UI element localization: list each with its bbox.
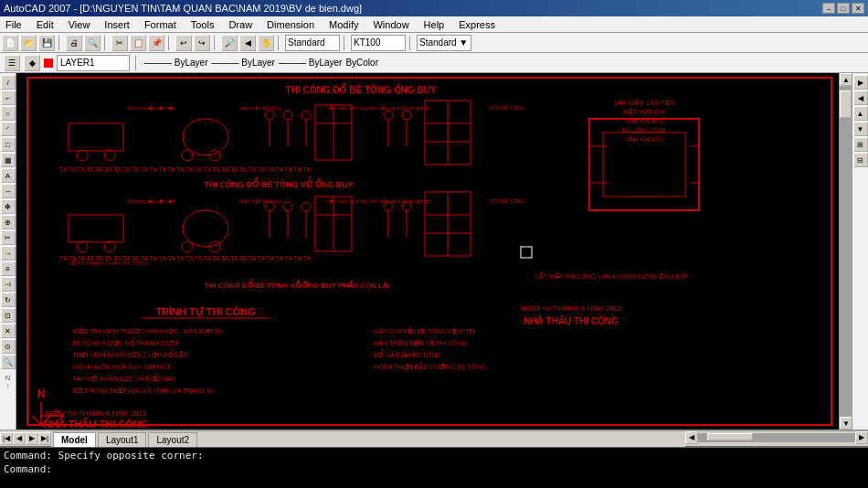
tb-copy[interactable]: 📋 xyxy=(130,35,146,51)
tool-trim[interactable]: ✂ xyxy=(1,230,16,245)
tool-extend[interactable]: → xyxy=(1,246,16,260)
dropdown-standard[interactable]: Standard xyxy=(285,35,340,51)
tb-undo[interactable]: ↩ xyxy=(175,35,192,51)
tb-paste[interactable]: 📌 xyxy=(148,35,164,51)
menu-tools[interactable]: Tools xyxy=(187,16,218,32)
tb-redo[interactable]: ↪ xyxy=(194,35,210,51)
tab-layout2[interactable]: Layout2 xyxy=(148,432,197,447)
scroll-right-btn[interactable]: ▶ xyxy=(855,431,868,444)
tb-pan[interactable]: ✋ xyxy=(258,35,274,51)
tb-preview[interactable]: 🔍 xyxy=(84,35,101,51)
layer-props-btn[interactable]: ◆ xyxy=(24,55,40,71)
tool-pline[interactable]: ⌐ xyxy=(1,90,16,105)
tool-text[interactable]: A xyxy=(1,168,16,183)
tb-save[interactable]: 💾 xyxy=(38,35,55,51)
svg-text:NGÀY 04 THÁNG 6 NĂM 2013: NGÀY 04 THÁNG 6 NĂM 2013 xyxy=(521,304,622,313)
scroll-v-thumb[interactable] xyxy=(840,90,852,118)
tb-new[interactable]: 📄 xyxy=(2,35,18,51)
menu-express[interactable]: Express xyxy=(455,16,499,32)
tb-zoom-win[interactable]: 🔎 xyxy=(221,35,238,51)
tool-rect[interactable]: □ xyxy=(1,137,16,152)
menu-modify[interactable]: Modify xyxy=(325,16,362,32)
prop-btn2[interactable]: ◀ xyxy=(853,90,868,105)
tool-erase[interactable]: ✕ xyxy=(1,324,16,338)
menu-draw[interactable]: Draw xyxy=(225,16,256,32)
maximize-button[interactable]: □ xyxy=(837,3,850,14)
menu-dimension[interactable]: Dimension xyxy=(263,16,318,32)
scroll-left-btn[interactable]: ◀ xyxy=(685,431,698,444)
main-area: / ⌐ ○ ◜ □ ▦ A ↔ ✥ ⊕ ✂ → ≡ ⊣ ↻ ⊡ ✕ ⊙ 🔍 N↑… xyxy=(0,73,868,430)
tool-snap[interactable]: ⊙ xyxy=(1,339,16,354)
tool-arc[interactable]: ◜ xyxy=(1,122,16,136)
menu-window[interactable]: Window xyxy=(369,16,412,32)
tool-line[interactable]: / xyxy=(1,75,16,90)
tab-layout1[interactable]: Layout1 xyxy=(98,432,147,447)
menu-bar: File Edit View Insert Format Tools Draw … xyxy=(0,16,868,33)
tool-scale[interactable]: ⊡ xyxy=(1,308,16,323)
prop-btn3[interactable]: ▲ xyxy=(853,106,868,121)
tab-model[interactable]: Model xyxy=(53,432,96,447)
scroll-v-track[interactable] xyxy=(840,86,852,417)
menu-edit[interactable]: Edit xyxy=(33,16,58,32)
layer-dropdown[interactable]: LAYER1 xyxy=(57,55,130,71)
scroll-h-thumb[interactable] xyxy=(707,433,753,440)
drawing-svg: THI CÔNG ĐỔ BÊ TÔNG ỐNG BUY địa chuyển v… xyxy=(16,73,852,430)
horizontal-scrollbar[interactable]: ◀ ▶ xyxy=(685,430,868,443)
title-bar-controls: – □ ✕ xyxy=(822,3,864,14)
svg-text:TA TA TA TA TA TA TA TA TA TA : TA TA TA TA TA TA TA TA TA TA TA TA TA T… xyxy=(59,255,311,261)
svg-text:- MÁY TRỘN ĐIỆN VỆ THI CÔNG: - MÁY TRỘN ĐIỆN VỆ THI CÔNG xyxy=(370,339,467,347)
layout-arrow-last[interactable]: ▶| xyxy=(38,432,51,445)
svg-text:máy trộn bê tông: máy trộn bê tông xyxy=(239,105,281,111)
prop-btn1[interactable]: ▶ xyxy=(853,75,868,90)
svg-text:TA TA TA TA TA TA TA TA TA TA : TA TA TA TA TA TA TA TA TA TA TA TA TA T… xyxy=(59,166,311,173)
svg-text:- VÁN KHUÔN NGÃ ÂU > 10 PHÚT: - VÁN KHUÔN NGÃ ÂU > 10 PHÚT xyxy=(69,363,171,370)
menu-file[interactable]: File xyxy=(2,16,26,32)
scroll-h-track[interactable] xyxy=(698,433,855,442)
drawing-canvas[interactable]: FileThi​etKe.vn THI CÔNG ĐỔ BÊ TÔNG ỐNG … xyxy=(16,73,852,430)
tb-cut[interactable]: ✂ xyxy=(111,35,128,51)
menu-insert[interactable]: Insert xyxy=(101,16,133,32)
minimize-button[interactable]: – xyxy=(822,3,835,14)
tb-sep7 xyxy=(409,36,413,50)
prop-btn6[interactable]: ⊟ xyxy=(853,153,868,167)
tb-open[interactable]: 📂 xyxy=(20,35,37,51)
prop-btn5[interactable]: ⊞ xyxy=(853,137,868,152)
tool-offset[interactable]: ≡ xyxy=(1,261,16,276)
scroll-down-btn[interactable]: ▼ xyxy=(840,417,852,430)
menu-view[interactable]: View xyxy=(65,16,94,32)
scroll-up-btn[interactable]: ▲ xyxy=(840,73,852,86)
tool-move[interactable]: ✥ xyxy=(1,199,16,214)
svg-text:MẶT VỪA CHI: MẶT VỪA CHI xyxy=(623,108,665,116)
layout-arrow-first[interactable]: |◀ xyxy=(0,432,13,445)
tool-hatch[interactable]: ▦ xyxy=(1,153,16,167)
svg-text:BỐ TRUNG THIẾT LỤC AN TOÀN VÀ : BỐ TRUNG THIẾT LỤC AN TOÀN VÀ TRANG BỊ xyxy=(73,387,213,395)
command-input-field[interactable] xyxy=(56,463,864,475)
bylayer-label3: ——— ByLayer xyxy=(279,58,342,68)
tb-print[interactable]: 🖨 xyxy=(66,35,82,51)
dropdown-standard2[interactable]: Standard ▼ xyxy=(417,35,471,51)
layout-scroll: |◀ ◀ ▶ ▶| xyxy=(0,430,51,446)
menu-help[interactable]: Help xyxy=(420,16,449,32)
tool-zoom[interactable]: 🔍 xyxy=(1,355,16,369)
toolbar-standard: 📄 📂 💾 🖨 🔍 ✂ 📋 📌 ↩ ↪ 🔎 ◀ ✋ Standard KT100… xyxy=(0,33,868,53)
tool-rotate[interactable]: ↻ xyxy=(1,292,16,307)
menu-format[interactable]: Format xyxy=(141,16,180,32)
tool-copy[interactable]: ⊕ xyxy=(1,215,16,229)
svg-text:N: N xyxy=(37,387,46,400)
toolbar-layers: ☰ ◆ LAYER1 ——— ByLayer ——— ByLayer ——— B… xyxy=(0,53,868,73)
close-button[interactable]: ✕ xyxy=(852,3,864,14)
right-tool-panel: ▶ ◀ ▲ ▼ ⊞ ⊟ xyxy=(852,73,868,430)
layer-manager-btn[interactable]: ☰ xyxy=(4,55,20,71)
tool-circle[interactable]: ○ xyxy=(1,106,16,121)
layout-arrow-next[interactable]: ▶ xyxy=(26,432,38,445)
tb-zoom-prev[interactable]: ◀ xyxy=(239,35,256,51)
vertical-scrollbar[interactable]: ▲ ▼ xyxy=(839,73,852,430)
tool-dim[interactable]: ↔ xyxy=(1,184,16,198)
command-area: Command: Specify opposite corner: Comman… xyxy=(0,446,868,488)
command-input-line[interactable]: Command: xyxy=(4,463,864,475)
svg-text:THI CÔNG ĐỔ BÊ TÔNG ỐNG BUY: THI CÔNG ĐỔ BÊ TÔNG ỐNG BUY xyxy=(286,82,437,95)
dropdown-kt100[interactable]: KT100 xyxy=(351,35,406,51)
layout-arrow-prev[interactable]: ◀ xyxy=(13,432,26,445)
tool-mirror[interactable]: ⊣ xyxy=(1,277,16,292)
prop-btn4[interactable]: ▼ xyxy=(853,122,868,136)
